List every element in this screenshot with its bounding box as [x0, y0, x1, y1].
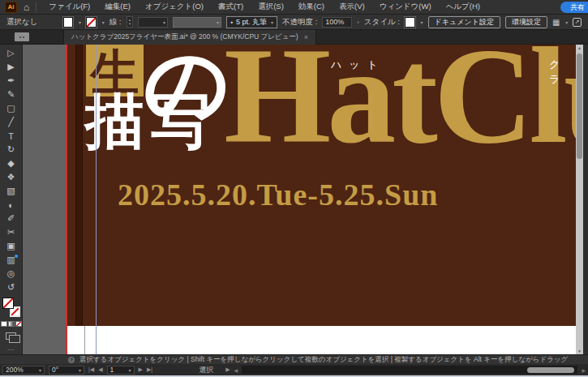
zoom-tool-icon: ◎: [7, 268, 15, 279]
direct-selection-tool[interactable]: ▶: [0, 60, 22, 74]
vertical-scroll-thumb[interactable]: [577, 54, 582, 159]
menu-item-8[interactable]: ヘルプ(H): [439, 2, 487, 12]
flyer-artwork[interactable]: 生 の 描写 HatClu ハット クラ 2025.5.20.Tue-5.25.…: [67, 45, 576, 326]
panel-dock-button[interactable]: [15, 32, 29, 41]
edit-toolbar-icon[interactable]: …: [7, 344, 15, 352]
vertical-scrollbar[interactable]: ▲ ▼: [576, 45, 583, 354]
launch-icon[interactable]: ↗: [573, 18, 582, 27]
next-artboard-button[interactable]: ▶: [139, 366, 143, 373]
free-transform-tool[interactable]: ❖: [0, 170, 22, 184]
gradient-button[interactable]: [8, 321, 15, 327]
gradient-tool-icon: ▧: [6, 186, 15, 196]
arrow-up-right-icon: ↗: [575, 19, 580, 25]
menu-item-1[interactable]: 編集(E): [97, 2, 138, 12]
gradient-tool[interactable]: ▧: [0, 184, 22, 198]
rotation-dropdown[interactable]: 0° ▾: [49, 366, 84, 375]
stroke-weight-dropdown[interactable]: ▾: [138, 17, 168, 28]
workspace-icon[interactable]: ▦: [552, 18, 560, 27]
artboard-navigation-dropdown[interactable]: 1 ▾: [107, 366, 135, 375]
variable-width-dropdown[interactable]: ▾: [173, 17, 221, 28]
rectangle-tool-icon: ▢: [6, 103, 15, 114]
zoom-level-dropdown[interactable]: 200% ▾: [2, 366, 45, 375]
menu-item-2[interactable]: オブジェクト(O): [138, 2, 211, 12]
direct-selection-tool-icon: ▶: [7, 62, 14, 72]
flyer-kanji-byosha: 描写: [85, 92, 215, 152]
horizontal-scrollbar[interactable]: [242, 366, 577, 374]
horizontal-scroll-thumb[interactable]: [527, 367, 574, 373]
app-logo-icon[interactable]: Ai: [5, 2, 17, 13]
zoom-tool[interactable]: ◎: [0, 267, 22, 281]
ruler-guide-line: [96, 45, 97, 354]
scroll-right-icon[interactable]: ▶: [582, 367, 586, 373]
selection-status: 選択なし: [6, 17, 58, 28]
color-mode-buttons: [1, 321, 22, 327]
none-button[interactable]: [15, 321, 22, 327]
paintbrush-tool[interactable]: ╱: [0, 115, 22, 129]
share-button[interactable]: 共有: [560, 2, 588, 13]
status-display-flyout-icon[interactable]: ▶: [225, 366, 230, 373]
menu-item-5[interactable]: 効果(C): [291, 2, 332, 12]
menu-item-0[interactable]: ファイル(F): [41, 2, 97, 12]
tab-bar: ハットクラブ2025フライヤー表面.ai* @ 200 % (CMYK/CPU …: [0, 30, 588, 45]
curvature-tool[interactable]: ✎: [0, 88, 22, 101]
preferences-button[interactable]: 環境設定: [505, 16, 547, 28]
opacity-input[interactable]: 100%: [322, 17, 352, 28]
fill-caret-icon[interactable]: ▾: [79, 19, 81, 25]
shape-builder-tool[interactable]: ◆: [0, 156, 22, 170]
canvas[interactable]: 生 の 描写 HatClu ハット クラ 2025.5.20.Tue-5.25.…: [23, 45, 588, 354]
drawing-mode-button[interactable]: [6, 332, 16, 340]
type-tool[interactable]: T: [0, 129, 22, 143]
flyer-furigana-hat: ハット: [331, 58, 385, 72]
scroll-down-icon[interactable]: ▼: [577, 348, 582, 354]
document-tab[interactable]: ハットクラブ2025フライヤー表面.ai* @ 200 % (CMYK/CPU …: [63, 30, 316, 45]
flyer-date-line: 2025.5.20.Tue-5.25.Sun: [118, 179, 438, 210]
style-caret-icon[interactable]: ▾: [421, 19, 423, 25]
pen-tool[interactable]: ✒: [0, 74, 22, 88]
fill-stroke-indicator[interactable]: [2, 298, 20, 317]
artboard-number: 1: [110, 366, 114, 374]
document-setup-button[interactable]: ドキュメント設定: [428, 16, 500, 28]
paintbrush-tool-icon: ╱: [8, 117, 14, 127]
first-artboard-button[interactable]: |◀: [88, 366, 94, 373]
home-icon[interactable]: ⌂: [24, 2, 29, 12]
style-swatch[interactable]: [405, 17, 415, 28]
fill-indicator-swatch[interactable]: [2, 298, 14, 309]
scroll-left-icon[interactable]: ◀: [234, 367, 238, 373]
rotate-view-tool[interactable]: ↺: [0, 281, 22, 294]
menu-item-4[interactable]: 選択(S): [251, 2, 291, 12]
menu-item-7[interactable]: ウィンドウ(W): [372, 2, 439, 12]
scissors-tool[interactable]: ✂: [0, 225, 22, 239]
scroll-up-icon[interactable]: ▲: [577, 45, 582, 51]
illustrator-window: Ai ⌂ ファイル(F)編集(E)オブジェクト(O)書式(T)選択(S)効果(C…: [0, 0, 588, 377]
stroke-color-swatch[interactable]: [86, 17, 97, 28]
blend-tool-icon: ◐: [8, 200, 14, 210]
opacity-label: 不透明度 :: [282, 17, 317, 28]
style-label: スタイル :: [364, 17, 400, 28]
stroke-weight-stepper[interactable]: ▴ ▾: [127, 16, 134, 28]
chevron-down-icon: ▾: [217, 19, 219, 25]
fill-color-swatch[interactable]: [63, 17, 74, 28]
stepper-down-icon[interactable]: ▾: [129, 22, 131, 26]
blend-tool[interactable]: ◐: [0, 198, 22, 212]
artboard-tool[interactable]: ▣: [0, 239, 22, 253]
menu-item-6[interactable]: 表示(V): [332, 2, 372, 12]
eyedropper-tool[interactable]: ✐: [0, 212, 22, 225]
previous-artboard-button[interactable]: ◀: [98, 366, 102, 373]
tab-close-icon[interactable]: ×: [304, 33, 308, 41]
menu-item-3[interactable]: 書式(T): [211, 2, 251, 12]
color-button[interactable]: [1, 321, 7, 327]
graph-tool[interactable]: ▥: [0, 253, 22, 267]
control-bar: 選択なし ▾ ▾ 線 : ▴ ▾ ▾ ▾ ● 5 pt. 丸筆 ▾ 不透明度 :…: [0, 15, 588, 30]
rectangle-tool[interactable]: ▢: [0, 101, 22, 115]
eyedropper-tool-icon: ✐: [7, 213, 15, 224]
brush-definition-dropdown[interactable]: ● 5 pt. 丸筆 ▾: [226, 16, 277, 28]
stroke-caret-icon[interactable]: ▾: [102, 19, 105, 25]
opacity-flyout-icon[interactable]: ›: [357, 19, 359, 26]
selection-tool[interactable]: ▷: [0, 46, 22, 60]
rotate-tool[interactable]: ↻: [0, 143, 22, 156]
workspace-caret-icon[interactable]: ▾: [565, 19, 568, 25]
brush-preview-icon: ●: [230, 19, 233, 24]
last-artboard-button[interactable]: ▶|: [147, 366, 152, 373]
curvature-tool-icon: ✎: [7, 89, 15, 100]
bleed-guide-line: [66, 45, 67, 354]
